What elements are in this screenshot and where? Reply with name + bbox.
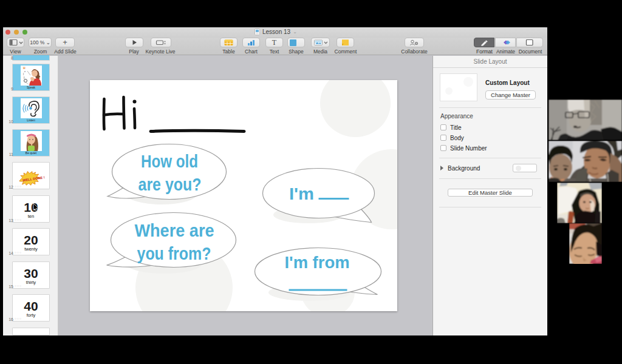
svg-text:e: e <box>24 70 26 73</box>
svg-text:Where are: Where are <box>135 221 214 240</box>
svg-text:you from?: you from? <box>137 243 211 263</box>
svg-text:I'm from: I'm from <box>285 252 350 271</box>
svg-text:How old: How old <box>141 151 198 170</box>
svg-text:I'm: I'm <box>289 184 314 203</box>
svg-text:are you?: are you? <box>138 174 202 194</box>
svg-text:l: l <box>24 76 24 79</box>
